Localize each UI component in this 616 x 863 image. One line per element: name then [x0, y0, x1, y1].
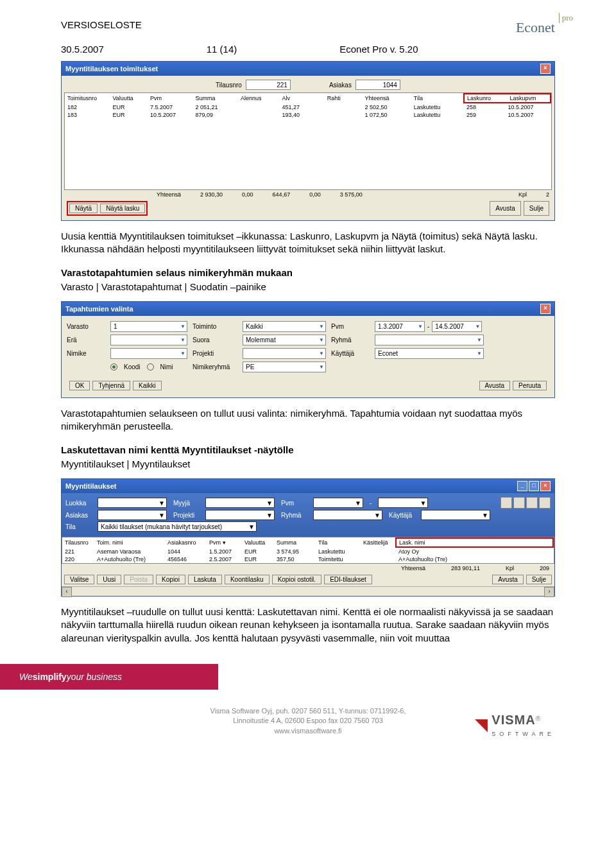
- sulje-button[interactable]: Sulje: [526, 575, 552, 584]
- dd-kayttaja[interactable]: ▼: [421, 510, 490, 520]
- col-toimnimi[interactable]: Toim. nimi: [94, 538, 165, 547]
- lbl-projekti: Projekti: [173, 512, 199, 519]
- lbl-toiminto: Toiminto: [193, 323, 237, 330]
- input-tilausnro[interactable]: [246, 80, 291, 90]
- input-asiakas[interactable]: [355, 80, 400, 90]
- dd-nimike[interactable]: ▼: [110, 348, 187, 359]
- col-summa[interactable]: Summa: [193, 94, 237, 103]
- paragraph: Myyntitilaukset | Myyntilaukset: [61, 458, 555, 471]
- maximize-icon[interactable]: □: [529, 481, 539, 491]
- dd-era[interactable]: ▼: [110, 335, 187, 345]
- close-icon[interactable]: ×: [540, 481, 551, 491]
- chevron-down-icon: ▼: [475, 324, 480, 329]
- col-kasittelija[interactable]: Käsittelijä: [361, 538, 396, 547]
- col-pvm[interactable]: Pvm ▾: [207, 538, 242, 547]
- dd-projekti[interactable]: ▼: [243, 348, 326, 359]
- chevron-down-icon: ▼: [319, 351, 324, 356]
- lbl-luokka: Luokka: [65, 500, 91, 507]
- lbl-tila: Tila: [65, 523, 91, 530]
- kopioi-ostotil-button[interactable]: Kopioi ostotil.: [272, 575, 321, 584]
- col-valuutta[interactable]: Valuutta: [242, 538, 274, 547]
- table-row[interactable]: 220 A+Autohuolto (Tre) 456546 2.5.2007 E…: [62, 555, 553, 563]
- table-row[interactable]: 183 EUR 10.5.2007 879,09 193,40 1 072,50…: [65, 111, 551, 119]
- lbl-era: Erä: [67, 336, 105, 344]
- grid-myyntitilaukset[interactable]: Tilausnro Toim. nimi Asiakasnro Pvm ▾ Va…: [62, 537, 554, 563]
- dd-tila[interactable]: Kaikki tilaukset (mukana hävityt tarjouk…: [98, 521, 257, 532]
- kopioi-button[interactable]: Kopioi: [156, 575, 185, 584]
- col-toimitusnro[interactable]: Toimitusnro: [65, 94, 110, 103]
- minimize-icon[interactable]: _: [517, 481, 527, 491]
- dd-suora[interactable]: Molemmat▼: [243, 335, 326, 345]
- chevron-down-icon: ▼: [319, 364, 324, 370]
- valitse-button[interactable]: Valitse: [64, 575, 94, 584]
- col-summa[interactable]: Summa: [274, 538, 316, 547]
- filter-icon[interactable]: [501, 497, 512, 509]
- edi-tilaukset-button[interactable]: EDI-tilaukset: [324, 575, 372, 584]
- col-lasknimi[interactable]: Lask. nimi: [396, 538, 553, 547]
- radio-nimi[interactable]: [147, 363, 154, 370]
- dd-nimikeryhma[interactable]: PE▼: [243, 362, 326, 372]
- col-alv[interactable]: Alv: [279, 94, 324, 103]
- dd-kayttaja[interactable]: Econet▼: [375, 348, 484, 359]
- scroll-right-icon[interactable]: ›: [544, 587, 554, 597]
- peruuta-button[interactable]: Peruuta: [513, 381, 547, 390]
- dd-luokka[interactable]: ▼: [98, 498, 167, 508]
- uusi-button[interactable]: Uusi: [97, 575, 121, 584]
- avusta-button[interactable]: Avusta: [479, 381, 510, 390]
- dd-ryhma[interactable]: ▼: [375, 335, 484, 345]
- dd-pvm-to[interactable]: ▼: [378, 498, 428, 508]
- tyhjenna-button[interactable]: Tyhjennä: [92, 381, 130, 390]
- dd-toiminto[interactable]: Kaikki▼: [243, 321, 326, 332]
- nayta-button[interactable]: Näytä: [69, 204, 98, 213]
- section-heading: Laskutettavan nimi kenttä Myyntitilaukse…: [61, 444, 555, 457]
- col-pvm[interactable]: Pvm: [148, 94, 193, 103]
- col-alennus[interactable]: Alennus: [238, 94, 280, 103]
- win-myyntitilaukset: Myyntitilaukset _ □ × Luokka ▼ Myyjä ▼ P…: [61, 478, 555, 597]
- col-laskupvm[interactable]: Laskupvm: [507, 94, 550, 102]
- scroll-left-icon[interactable]: ‹: [62, 587, 72, 597]
- grid-toimitukset[interactable]: Toimitusnro Valuutta Pvm Summa Alennus A…: [65, 93, 551, 119]
- dd-pvm-to[interactable]: 14.5.2007▼: [432, 321, 482, 332]
- print-icon[interactable]: [526, 497, 538, 509]
- laskuta-button[interactable]: Laskuta: [188, 575, 222, 584]
- col-laskunro[interactable]: Laskunro: [465, 94, 508, 102]
- nayta-lasku-button[interactable]: Näytä lasku: [100, 204, 145, 213]
- col-tila[interactable]: Tila: [316, 538, 361, 547]
- koontilasku-button[interactable]: Koontilasku: [225, 575, 270, 584]
- col-asiakasnro[interactable]: Asiakasnro: [165, 538, 207, 547]
- horizontal-scrollbar[interactable]: ‹ ›: [62, 586, 554, 596]
- doc-date: 30.5.2007: [61, 44, 104, 55]
- dd-varasto[interactable]: 1▼: [110, 321, 187, 332]
- table-row[interactable]: 221 Aseman Varaosa 1044 1.5.2007 EUR 3 5…: [62, 547, 553, 555]
- search-icon[interactable]: [513, 497, 525, 509]
- chevron-down-icon: ▼: [180, 324, 185, 329]
- refresh-icon[interactable]: [539, 497, 551, 509]
- dd-asiakas[interactable]: ▼: [98, 510, 167, 520]
- doc-product: Econet Pro v. 5.20: [339, 44, 418, 55]
- kaikki-button[interactable]: Kaikki: [133, 381, 162, 390]
- avusta-button[interactable]: Avusta: [492, 575, 523, 584]
- col-tila[interactable]: Tila: [411, 94, 464, 103]
- dd-projekti[interactable]: ▼: [205, 510, 275, 520]
- doc-page: 11 (14): [207, 44, 237, 55]
- dd-ryhma[interactable]: ▼: [313, 510, 382, 520]
- dd-pvm-from[interactable]: 1.3.2007▼: [375, 321, 425, 332]
- radio-koodi[interactable]: [110, 363, 117, 370]
- lbl-ryhma: Ryhmä: [281, 512, 307, 519]
- dd-pvm-from[interactable]: ▼: [313, 498, 363, 508]
- dd-myyja[interactable]: ▼: [205, 498, 275, 508]
- col-tilausnro[interactable]: Tilausnro: [62, 538, 94, 547]
- col-yhteensa[interactable]: Yhteensä: [363, 94, 411, 103]
- win-toimitukset: Myyntitilauksen toimitukset × Tilausnro …: [61, 61, 555, 221]
- table-row[interactable]: 182 EUR 7.5.2007 2 051,21 451,27 2 502,5…: [65, 103, 551, 111]
- econet-logo-text: Econet: [516, 19, 555, 35]
- close-icon[interactable]: ×: [540, 304, 551, 314]
- col-rahti[interactable]: Rahti: [325, 94, 363, 103]
- footer-ribbon: We simplify your business: [0, 664, 218, 690]
- avusta-button[interactable]: Avusta: [490, 201, 520, 216]
- lbl-suora: Suora: [193, 336, 237, 344]
- close-icon[interactable]: ×: [540, 64, 551, 74]
- sulje-button[interactable]: Sulje: [524, 201, 549, 216]
- col-valuutta[interactable]: Valuutta: [110, 94, 148, 103]
- ok-button[interactable]: OK: [69, 381, 90, 390]
